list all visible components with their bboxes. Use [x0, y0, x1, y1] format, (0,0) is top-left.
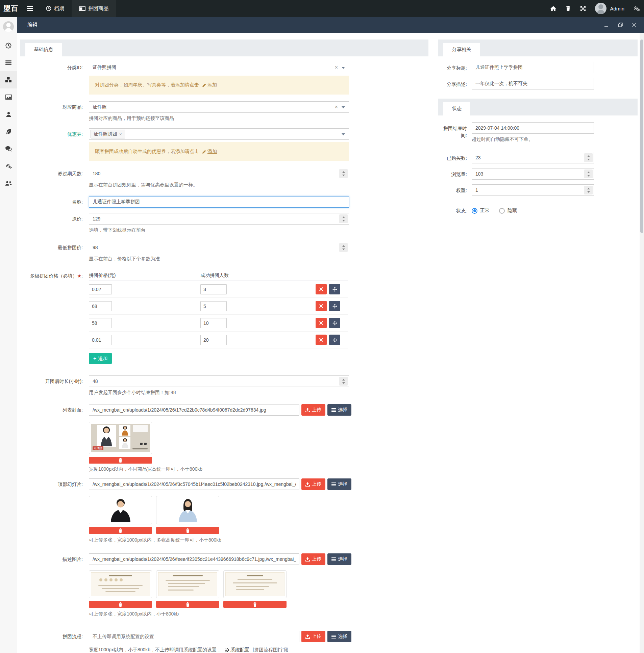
desc-thumbnail[interactable] — [89, 570, 152, 598]
slide-thumbnail[interactable] — [156, 496, 219, 524]
move-tier-button[interactable] — [329, 284, 340, 294]
tier-people-input[interactable] — [200, 335, 227, 345]
number-stepper[interactable] — [584, 186, 593, 194]
append-tier-button[interactable]: + 追加 — [89, 353, 112, 364]
move-tier-button[interactable] — [329, 318, 340, 328]
sidebar-toggle-button[interactable] — [22, 0, 39, 17]
slide-thumbnail[interactable] — [89, 496, 152, 524]
desc-thumbnail[interactable] — [223, 570, 286, 598]
slides-upload-button[interactable]: 上传 — [301, 479, 325, 490]
sidebar-item-content[interactable] — [0, 123, 17, 140]
fullscreen-button[interactable] — [575, 0, 590, 17]
sidebar-item-group-products[interactable] — [0, 71, 17, 89]
number-stepper[interactable] — [339, 214, 348, 223]
clear-icon[interactable]: × — [335, 65, 338, 70]
slide-delete-button[interactable] — [156, 527, 219, 534]
remove-tier-button[interactable] — [316, 335, 327, 345]
tier-price-input[interactable] — [89, 301, 112, 311]
tier-people-input[interactable] — [200, 318, 227, 328]
user-menu[interactable]: Admin — [590, 0, 629, 17]
sidebar-item-schedule[interactable] — [0, 37, 17, 54]
restore-icon[interactable] — [618, 23, 623, 27]
sidebar-item-comments[interactable] — [0, 140, 17, 158]
cover-delete-button[interactable] — [89, 457, 152, 464]
desc-images-path-input[interactable] — [89, 553, 299, 565]
move-tier-button[interactable] — [329, 335, 340, 345]
tag-remove-icon[interactable]: × — [119, 132, 122, 137]
tab-basic-info[interactable]: 基础信息 — [25, 43, 62, 56]
cover-select-button[interactable]: 选择 — [327, 404, 351, 416]
clear-cache-button[interactable] — [560, 0, 575, 17]
coupon-days-input[interactable] — [89, 168, 349, 179]
cover-thumbnail[interactable]: 证件照 — [89, 422, 152, 454]
number-stepper[interactable] — [339, 243, 348, 252]
radio-normal[interactable]: 正常 — [472, 208, 489, 214]
number-stepper[interactable] — [339, 169, 348, 178]
clear-icon[interactable]: × — [335, 104, 338, 110]
duration-input[interactable] — [89, 376, 349, 387]
share-title-input[interactable] — [472, 62, 594, 73]
orig-price-input[interactable] — [89, 213, 349, 224]
sidebar-item-members[interactable] — [0, 174, 17, 192]
slides-path-input[interactable] — [89, 479, 299, 490]
number-stepper[interactable] — [584, 169, 593, 178]
desc-delete-button[interactable] — [156, 601, 219, 608]
settings-button[interactable] — [629, 0, 644, 17]
number-stepper[interactable] — [339, 377, 348, 386]
flow-path-input[interactable] — [89, 631, 299, 642]
tab-schedule[interactable]: 档期 — [39, 0, 72, 17]
sidebar-item-list[interactable] — [0, 54, 17, 71]
share-desc-input[interactable] — [472, 78, 594, 90]
trash-icon — [566, 6, 570, 11]
sidebar-item-user[interactable] — [0, 106, 17, 123]
cover-upload-button[interactable]: 上传 — [301, 404, 325, 416]
desc-thumbnail[interactable] — [156, 570, 219, 598]
sidebar-item-statistics[interactable] — [0, 89, 17, 106]
move-tier-button[interactable] — [329, 301, 340, 311]
weight-input[interactable] — [472, 184, 594, 196]
slide-delete-button[interactable] — [89, 527, 152, 534]
scrollbar-thumb[interactable] — [640, 40, 643, 233]
views-input[interactable] — [472, 168, 594, 179]
coupon-add-link[interactable]: 添加 — [202, 149, 217, 155]
sidebar-item-system[interactable] — [0, 158, 17, 174]
flow-select-button[interactable]: 选择 — [327, 631, 351, 642]
name-input[interactable] — [89, 196, 349, 208]
field-share-desc: 分享描述: — [438, 78, 638, 90]
slides-select-button[interactable]: 选择 — [327, 479, 351, 490]
tier-price-input[interactable] — [89, 284, 112, 294]
app-logo[interactable]: 盟百 — [0, 0, 22, 17]
remove-tier-button[interactable] — [316, 284, 327, 294]
remove-tier-button[interactable] — [316, 301, 327, 311]
close-icon[interactable] — [632, 23, 637, 27]
tab-group-product[interactable]: 拼团商品 — [72, 0, 116, 17]
system-config-link[interactable]: 系统配置 — [225, 647, 249, 653]
radio-hidden[interactable]: 隐藏 — [499, 208, 517, 214]
cover-path-input[interactable] — [89, 404, 299, 416]
sidebar-avatar[interactable] — [3, 21, 14, 32]
category-select[interactable]: 证件照拼团 × — [89, 62, 349, 73]
tier-price-input[interactable] — [89, 335, 112, 345]
tier-price-input[interactable] — [89, 318, 112, 328]
remove-tier-button[interactable] — [316, 318, 327, 328]
product-select[interactable]: 证件照 × — [89, 101, 349, 113]
desc-delete-button[interactable] — [89, 601, 152, 608]
tier-row — [89, 332, 348, 348]
minimize-icon[interactable] — [604, 23, 609, 27]
desc-select-button[interactable]: 选择 — [327, 553, 351, 565]
end-time-input[interactable] — [472, 122, 594, 134]
desc-delete-button[interactable] — [223, 601, 286, 608]
number-stepper[interactable] — [584, 153, 593, 162]
tier-people-input[interactable] — [200, 301, 227, 311]
category-add-link[interactable]: 添加 — [202, 82, 217, 88]
desc-upload-button[interactable]: 上传 — [301, 553, 325, 565]
tab-share[interactable]: 分享相关 — [443, 43, 480, 56]
coupon-multiselect[interactable]: 证件照拼团 × — [89, 128, 349, 140]
min-price-input[interactable] — [89, 242, 349, 253]
flow-upload-button[interactable]: 上传 — [301, 631, 325, 642]
tab-status[interactable]: 状态 — [443, 102, 470, 116]
purchased-input[interactable] — [472, 152, 594, 163]
vertical-scrollbar[interactable] — [640, 33, 644, 653]
tier-people-input[interactable] — [200, 284, 227, 294]
home-button[interactable] — [546, 0, 560, 17]
